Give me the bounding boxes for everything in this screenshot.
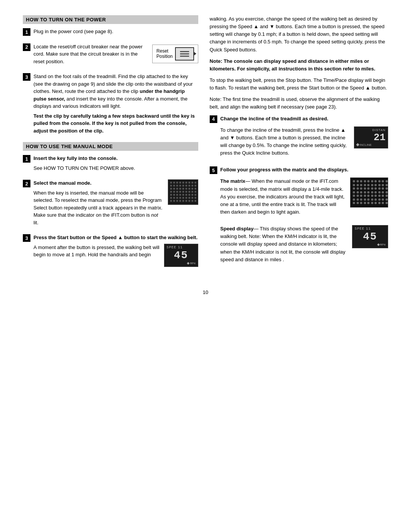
reset-position-diagram: Reset Position xyxy=(152,45,198,63)
speed-display-label: Speed display xyxy=(220,226,253,232)
matrix-description: The matrix— When the manual mode or the … xyxy=(220,177,345,216)
speed-arrows-label: 11 xyxy=(178,246,183,249)
right-step-number-4: 4 xyxy=(210,115,217,123)
step-1-text: Plug in the power cord (see page 8). xyxy=(33,28,198,35)
left-column: HOW TO TURN ON THE POWER 1 Plug in the p… xyxy=(23,15,198,278)
manual-step-number-1: 1 xyxy=(23,155,30,163)
manual-step-2-text: When the key is inserted, the manual mod… xyxy=(33,189,164,227)
speed-em-dash: — xyxy=(253,226,258,232)
right-column: walking. As you exercise, change the spe… xyxy=(210,15,388,278)
speed-bottom-label: MPH xyxy=(167,262,196,265)
page-number: 10 xyxy=(23,289,388,295)
manual-step-1-text: See HOW TO TURN ON THE POWER above. xyxy=(33,165,198,172)
step4-bold: Change the incline of the treadmill as d… xyxy=(220,116,328,121)
speed-large-bottom: MPH xyxy=(355,243,386,246)
speed-display-large: SPEE 11 45 MPH xyxy=(352,225,388,248)
manual-step-2-not: not xyxy=(151,212,158,218)
right-step-number-5: 5 xyxy=(210,166,217,174)
incline-bottom-label: INCLINE xyxy=(357,143,386,147)
speed-subsection: Speed display— This display shows the sp… xyxy=(220,225,388,267)
step-2-content: Locate the reset/off circuit breaker nea… xyxy=(33,43,198,68)
reset-box xyxy=(175,47,194,61)
reset-label-line1: Reset xyxy=(156,48,173,54)
section-header-power: HOW TO TURN ON THE POWER xyxy=(23,15,198,24)
step5-bold: Follow your progress with the matrix and… xyxy=(220,167,349,173)
speed-large-top-label: SPEE xyxy=(355,227,365,231)
matrix-large-display xyxy=(350,177,388,208)
manual-step-3-text: A moment after the button is pressed, th… xyxy=(33,244,160,259)
manual-step-3: 3 Press the Start button or the Speed ▲ … xyxy=(23,234,198,267)
step-3-text: Stand on the foot rails of the treadmill… xyxy=(33,73,198,110)
manual-step-2-text-part2: lit. xyxy=(33,220,38,225)
incline-number: 21 xyxy=(357,133,386,142)
section-header-manual: HOW TO USE THE MANUAL MODE xyxy=(23,142,198,151)
matrix-em-dash: — xyxy=(245,178,250,184)
step-number-2: 2 xyxy=(23,43,30,51)
right-step-4-content: Change the incline of the treadmill as d… xyxy=(220,115,388,161)
bold-note: Note: The console can display speed and … xyxy=(210,58,388,73)
note-text: Note: The first time the treadmill is us… xyxy=(210,96,388,111)
step-number-3: 3 xyxy=(23,73,30,81)
manual-step-2: 2 Select the manual mode. When the key i… xyxy=(23,179,198,228)
manual-step-3-content: Press the Start button or the Speed ▲ bu… xyxy=(33,234,198,267)
step-1-content: Plug in the power cord (see page 8). xyxy=(33,28,198,38)
matrix-small-display xyxy=(168,179,198,205)
speed-description: Speed display— This display shows the sp… xyxy=(220,225,347,264)
stop-text: To stop the walking belt, press the Stop… xyxy=(210,77,388,92)
right-step-5-content: Follow your progress with the matrix and… xyxy=(220,166,388,273)
speed-top-label: SPEE xyxy=(167,246,177,249)
right-step-5: 5 Follow your progress with the matrix a… xyxy=(210,166,388,273)
speed-number: 45 xyxy=(167,250,196,261)
right-step-4: 4 Change the incline of the treadmill as… xyxy=(210,115,388,161)
manual-step-1-content: Insert the key fully into the console. S… xyxy=(33,155,198,174)
speed-display-small: SPEE 11 45 MPH xyxy=(164,244,198,267)
manual-step-2-content: Select the manual mode. When the key is … xyxy=(33,179,198,228)
power-step-2: 2 Locate the reset/off circuit breaker n… xyxy=(23,43,198,68)
step-number-1: 1 xyxy=(23,28,30,36)
step-2-text: Locate the reset/off circuit breaker nea… xyxy=(33,43,148,66)
power-step-1: 1 Plug in the power cord (see page 8). xyxy=(23,28,198,38)
power-step-3: 3 Stand on the foot rails of the treadmi… xyxy=(23,73,198,137)
speed-text: Speed display— This display shows the sp… xyxy=(220,225,347,267)
step4-text: To change the incline of the treadmill, … xyxy=(220,126,350,157)
page-layout: HOW TO TURN ON THE POWER 1 Plug in the p… xyxy=(23,15,388,278)
manual-step-1-bold: Insert the key fully into the console. xyxy=(33,155,118,161)
manual-step-2-bold: Select the manual mode. xyxy=(33,180,91,186)
manual-step-3-bold: Press the Start button or the Speed ▲ bu… xyxy=(33,235,198,240)
step-3-bold2: Test the clip by carefully taking a few … xyxy=(33,112,198,135)
matrix-label: The matrix xyxy=(220,178,245,184)
reset-label-line2: Position xyxy=(156,54,173,59)
incline-top-label: DISTAN xyxy=(357,128,386,132)
matrix-subsection: The matrix— When the manual mode or the … xyxy=(220,177,388,220)
manual-step-number-2: 2 xyxy=(23,180,30,187)
intro-text: walking. As you exercise, change the spe… xyxy=(210,15,388,54)
incline-display: DISTAN 21 INCLINE xyxy=(354,126,388,149)
manual-step-1: 1 Insert the key fully into the console.… xyxy=(23,155,198,174)
speed-large-number: 45 xyxy=(355,232,386,242)
manual-step-number-3: 3 xyxy=(23,234,30,242)
speed-large-arrows: 11 xyxy=(366,227,371,231)
step-3-content: Stand on the foot rails of the treadmill… xyxy=(33,73,198,137)
matrix-text: The matrix— When the manual mode or the … xyxy=(220,177,345,220)
